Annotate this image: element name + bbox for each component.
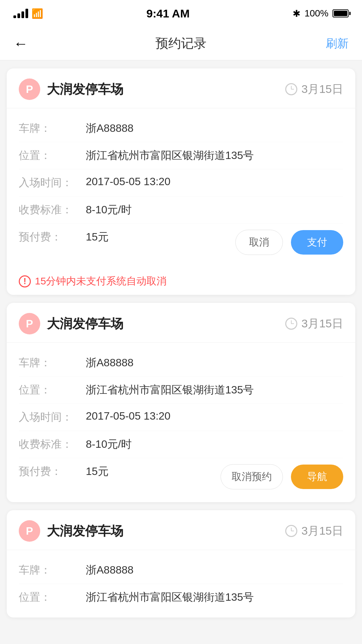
info-row-location-1: 位置： 浙江省杭州市富阳区银湖街道135号: [19, 142, 343, 169]
navigate-button-2[interactable]: 导航: [291, 465, 343, 489]
card-2-header-right: 3月15日: [285, 316, 343, 331]
signal-icon: [13, 9, 28, 18]
status-time: 9:41 AM: [146, 7, 190, 20]
label-plate-2: 车牌：: [19, 356, 86, 370]
nav-bar: ← 预约记录 刷新: [0, 27, 362, 60]
value-prepay-2: 15元: [86, 464, 221, 479]
info-row-time-1: 入场时间： 2017-05-05 13:20: [19, 169, 343, 197]
card-3-header: P 大润发停车场 3月15日: [7, 510, 355, 550]
card-1-header: P 大润发停车场 3月15日: [7, 68, 355, 108]
parking-icon-3: P: [19, 520, 40, 542]
info-row-prepay-1: 预付费： 15元 取消 支付: [19, 224, 343, 261]
card-3-body: 车牌： 浙A88888 位置： 浙江省杭州市富阳区银湖街道135号: [7, 550, 355, 618]
card-2-header-left: P 大润发停车场: [19, 313, 123, 334]
clock-icon-3: [285, 525, 297, 537]
label-plate-3: 车牌：: [19, 563, 86, 578]
value-plate-3: 浙A88888: [86, 563, 343, 578]
battery-icon: [333, 9, 349, 17]
status-left: 📶: [13, 8, 43, 19]
back-button[interactable]: ←: [13, 35, 40, 52]
label-prepay-1: 预付费：: [19, 230, 86, 245]
label-rate-2: 收费标准：: [19, 437, 86, 452]
pay-button-1[interactable]: 支付: [291, 230, 343, 255]
clock-icon-1: [285, 83, 297, 95]
parking-name-2: 大润发停车场: [47, 315, 123, 332]
warning-icon-1: !: [19, 275, 31, 287]
value-rate-1: 8-10元/时: [86, 203, 343, 217]
label-prepay-2: 预付费：: [19, 464, 86, 479]
warning-row-1: ! 15分钟内未支付系统自动取消: [7, 268, 355, 295]
label-time-1: 入场时间：: [19, 175, 86, 190]
card-1-header-left: P 大润发停车场: [19, 78, 123, 100]
card-2-body: 车牌： 浙A88888 位置： 浙江省杭州市富阳区银湖街道135号 入场时间： …: [7, 343, 355, 502]
value-prepay-1: 15元: [86, 230, 235, 245]
label-plate-1: 车牌：: [19, 121, 86, 136]
value-location-2: 浙江省杭州市富阳区银湖街道135号: [86, 383, 343, 397]
wifi-icon: 📶: [32, 8, 43, 19]
info-row-location-2: 位置： 浙江省杭州市富阳区银湖街道135号: [19, 377, 343, 404]
label-location-2: 位置：: [19, 383, 86, 397]
battery-percent: 100%: [304, 8, 328, 19]
cancel-reservation-button-2[interactable]: 取消预约: [221, 464, 283, 489]
info-row-plate-2: 车牌： 浙A88888: [19, 350, 343, 377]
value-time-2: 2017-05-05 13:20: [86, 410, 343, 422]
bluetooth-icon: ✱: [293, 8, 300, 19]
label-rate-1: 收费标准：: [19, 203, 86, 217]
info-row-rate-2: 收费标准： 8-10元/时: [19, 431, 343, 458]
info-row-time-2: 入场时间： 2017-05-05 13:20: [19, 404, 343, 431]
value-time-1: 2017-05-05 13:20: [86, 175, 343, 188]
refresh-button[interactable]: 刷新: [322, 36, 349, 51]
warning-text-1: 15分钟内未支付系统自动取消: [35, 274, 167, 288]
page-title: 预约记录: [156, 35, 206, 52]
status-bar: 📶 9:41 AM ✱ 100%: [0, 0, 362, 27]
card-date-1: 3月15日: [301, 82, 343, 97]
info-row-location-3: 位置： 浙江省杭州市富阳区银湖街道135号: [19, 584, 343, 611]
value-plate-1: 浙A88888: [86, 121, 343, 136]
card-2-header: P 大润发停车场 3月15日: [7, 303, 355, 343]
label-location-3: 位置：: [19, 590, 86, 605]
reservation-card-3: P 大润发停车场 3月15日 车牌： 浙A88888 位置： 浙江省杭州市富阳区…: [7, 510, 355, 618]
label-location-1: 位置：: [19, 148, 86, 163]
card-3-header-left: P 大润发停车场: [19, 520, 123, 542]
info-row-rate-1: 收费标准： 8-10元/时: [19, 197, 343, 224]
parking-icon-2: P: [19, 313, 40, 334]
reservation-card-1: P 大润发停车场 3月15日 车牌： 浙A88888 位置： 浙江省杭州市富阳区…: [7, 68, 355, 295]
label-time-2: 入场时间：: [19, 410, 86, 425]
value-plate-2: 浙A88888: [86, 356, 343, 370]
card-date-2: 3月15日: [301, 316, 343, 331]
status-right: ✱ 100%: [293, 8, 349, 19]
value-location-1: 浙江省杭州市富阳区银湖街道135号: [86, 148, 343, 163]
parking-name-1: 大润发停车场: [47, 81, 123, 98]
info-row-plate-3: 车牌： 浙A88888: [19, 557, 343, 584]
card-date-3: 3月15日: [301, 523, 343, 539]
card-1-actions: 取消 支付: [235, 230, 343, 255]
clock-icon-2: [285, 318, 297, 330]
parking-icon-1: P: [19, 78, 40, 100]
info-row-prepay-2: 预付费： 15元 取消预约 导航: [19, 458, 343, 495]
card-1-body: 车牌： 浙A88888 位置： 浙江省杭州市富阳区银湖街道135号 入场时间： …: [7, 108, 355, 268]
parking-name-3: 大润发停车场: [47, 523, 123, 540]
card-3-header-right: 3月15日: [285, 523, 343, 539]
cancel-button-1[interactable]: 取消: [235, 230, 283, 255]
main-content: P 大润发停车场 3月15日 车牌： 浙A88888 位置： 浙江省杭州市富阳区…: [0, 60, 362, 626]
card-1-header-right: 3月15日: [285, 82, 343, 97]
value-location-3: 浙江省杭州市富阳区银湖街道135号: [86, 590, 343, 605]
reservation-card-2: P 大润发停车场 3月15日 车牌： 浙A88888 位置： 浙江省杭州市富阳区…: [7, 303, 355, 502]
value-rate-2: 8-10元/时: [86, 437, 343, 452]
info-row-plate-1: 车牌： 浙A88888: [19, 115, 343, 142]
card-2-actions: 取消预约 导航: [221, 464, 343, 489]
